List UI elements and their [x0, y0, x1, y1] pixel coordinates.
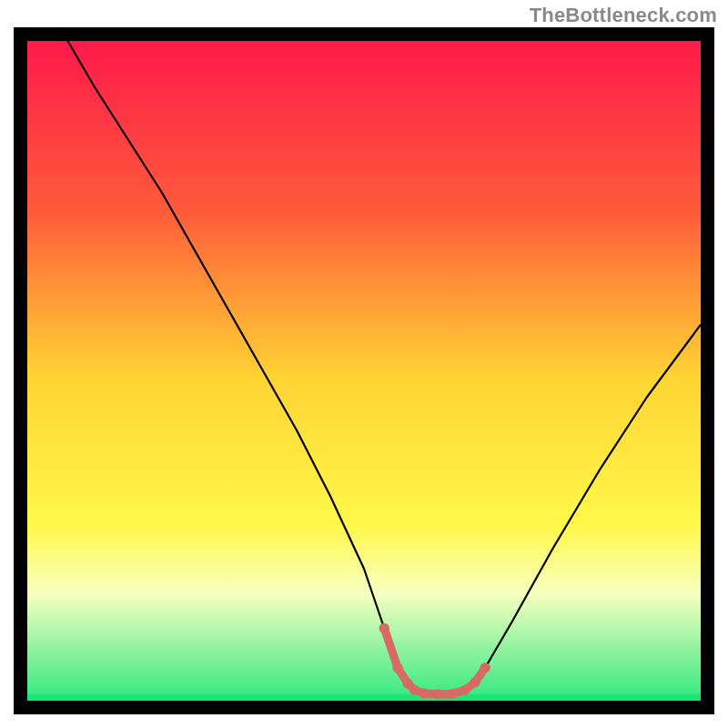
bottleneck-curve-line [67, 41, 701, 694]
optimal-range-dot [480, 662, 490, 672]
optimal-range-dot [410, 685, 420, 695]
chart-lines-layer [27, 41, 701, 701]
optimal-range-dot [470, 677, 480, 687]
optimal-range-dot [447, 689, 457, 699]
chart-plot-area [27, 41, 701, 701]
chart-frame [14, 27, 714, 714]
optimal-range-dot [392, 662, 402, 672]
optimal-range-dot [420, 688, 430, 698]
optimal-range-dot [433, 689, 443, 699]
optimal-range-dot [460, 685, 470, 695]
watermark-text: TheBottleneck.com [530, 4, 717, 27]
optimal-range-line [384, 628, 485, 694]
chart-stage: TheBottleneck.com [0, 0, 728, 728]
optimal-range-dot [379, 623, 389, 633]
